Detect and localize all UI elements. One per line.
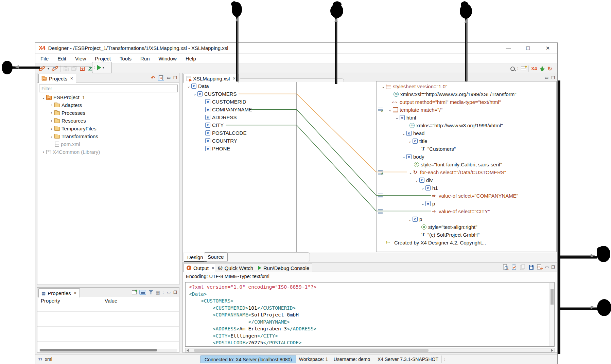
- chevron-down-icon[interactable]: ⌄: [401, 155, 406, 159]
- chevron-down-icon[interactable]: ⌄: [414, 179, 419, 182]
- column-header-property[interactable]: Property: [41, 298, 60, 304]
- copyright-text-node[interactable]: T"(c) SoftProject GmbH": [377, 231, 556, 239]
- drag-handle-icon[interactable]: ⁞: [94, 66, 95, 70]
- body-node[interactable]: ⌄ebody: [377, 153, 556, 161]
- tab-properties[interactable]: ▦ Properties ✕: [38, 288, 80, 297]
- tab-design[interactable]: Design: [184, 253, 207, 262]
- minimize-panel-icon[interactable]: ▭: [545, 74, 548, 81]
- focus-on-active-task-toggle[interactable]: [158, 75, 164, 81]
- menu-window[interactable]: Window: [154, 56, 181, 61]
- chevron-down-icon[interactable]: ⌄: [394, 116, 400, 120]
- chevron-down-icon[interactable]: ⌄: [192, 92, 197, 96]
- filter-input[interactable]: [39, 85, 178, 92]
- chevron-down-icon[interactable]: ⌄: [41, 96, 46, 99]
- chevron-right-icon[interactable]: ›: [49, 127, 54, 130]
- menu-edit[interactable]: Edit: [53, 56, 71, 61]
- scrollbar-thumb[interactable]: [40, 349, 157, 351]
- pin-view-icon[interactable]: [132, 290, 137, 294]
- p-node[interactable]: ⌄ep: [377, 200, 556, 207]
- chevron-down-icon[interactable]: ⌄: [420, 202, 425, 205]
- run-dropdown-icon[interactable]: ▾: [103, 66, 104, 69]
- tree-item-esbproject[interactable]: ⌄ESBProject_1: [37, 93, 179, 101]
- value-of-companyname-node[interactable]: ⇒value-of select="COMPANYNAME": [377, 192, 556, 200]
- minimize-panel-icon[interactable]: ▭: [167, 289, 171, 296]
- chevron-right-icon[interactable]: ›: [49, 135, 54, 138]
- tree-item-x4common[interactable]: ›X4Common (Library): [37, 148, 179, 156]
- value-of-city-node[interactable]: ⇒value-of select="CITY": [377, 207, 556, 215]
- head-node[interactable]: ⌄ehead: [377, 129, 556, 137]
- menu-project[interactable]: Project: [90, 56, 115, 61]
- unlink-icon[interactable]: [52, 66, 58, 72]
- close-icon[interactable]: ✕: [542, 43, 554, 53]
- column-header-value[interactable]: Value: [105, 298, 117, 304]
- stylesheet-node[interactable]: ⌄stylesheet version="1.0": [377, 83, 556, 90]
- tab-run-debug-console[interactable]: Run/Debug Console: [255, 263, 312, 272]
- xmlns-xsl-node[interactable]: nsxmlns:xsl="http://www.w3.org/1999/XSL/…: [377, 90, 556, 98]
- chevron-down-icon[interactable]: ⌄: [186, 85, 191, 88]
- view-menu-icon[interactable]: ⁞: [163, 290, 164, 294]
- copy-icon[interactable]: [520, 264, 526, 270]
- address-node[interactable]: eADDRESS: [184, 113, 296, 121]
- html-node[interactable]: ⌄ehtml: [377, 114, 556, 122]
- comment-node[interactable]: !--Created by X4 Designer 4.2, Copyright…: [377, 239, 556, 247]
- link-icon[interactable]: [39, 66, 45, 72]
- maximize-panel-icon[interactable]: ❐: [551, 264, 555, 271]
- menu-file[interactable]: File: [36, 56, 53, 61]
- scroll-left-icon[interactable]: [187, 349, 189, 352]
- validate-icon[interactable]: [511, 264, 517, 270]
- chevron-down-icon[interactable]: ⌄: [401, 132, 406, 135]
- h1-node[interactable]: ⌄eh1: [377, 184, 556, 192]
- link-with-editor-icon[interactable]: ↶: [151, 75, 155, 80]
- horizontal-scrollbar[interactable]: [185, 348, 555, 352]
- companyname-node[interactable]: eCOMPANYNAME: [184, 106, 296, 113]
- style-right-node[interactable]: astyle="text-align:right": [377, 223, 556, 231]
- menu-help[interactable]: Help: [181, 56, 200, 61]
- search-icon[interactable]: [510, 67, 515, 71]
- style-attr-node[interactable]: astyle="font-family:Calibri, sans-serif": [377, 161, 556, 168]
- menu-view[interactable]: View: [71, 56, 90, 61]
- country-node[interactable]: eCOUNTRY: [184, 137, 296, 145]
- p-footer-node[interactable]: ⌄ep: [377, 215, 556, 223]
- div-node[interactable]: ⌄ediv: [377, 176, 556, 184]
- close-tab-icon[interactable]: ✕: [70, 76, 73, 81]
- xmlns-node[interactable]: nsxmlns="http://www.w3.org/1999/xhtml": [377, 122, 556, 129]
- x4-perspective-button[interactable]: X4: [531, 66, 537, 71]
- text-node[interactable]: T"Customers": [377, 145, 556, 153]
- show-categories-icon[interactable]: ▦: [156, 290, 160, 295]
- refresh-icon[interactable]: ↻: [547, 66, 552, 72]
- maximize-icon[interactable]: □: [522, 43, 534, 53]
- deploy-icon[interactable]: [80, 66, 85, 72]
- save-all-icon[interactable]: [71, 66, 77, 72]
- tab-quick-watch[interactable]: 6∂ Quick Watch: [215, 263, 256, 272]
- tree-item-transformations[interactable]: ›Transformations: [37, 132, 179, 140]
- horizontal-scrollbar[interactable]: [39, 349, 177, 352]
- menu-tools[interactable]: Tools: [115, 56, 136, 61]
- scrollbar-thumb[interactable]: [551, 289, 554, 305]
- save-output-icon[interactable]: [528, 264, 534, 270]
- open-perspective-icon[interactable]: [521, 67, 526, 71]
- city-node[interactable]: eCITY: [184, 121, 296, 129]
- close-tab-icon[interactable]: ✕: [232, 76, 235, 81]
- chevron-right-icon[interactable]: ›: [49, 104, 54, 107]
- tree-item-adapters[interactable]: ›Adapters: [37, 101, 179, 109]
- tab-output[interactable]: Output ✕: [184, 263, 217, 272]
- scroll-right-icon[interactable]: [551, 349, 553, 352]
- template-node[interactable]: A⌄template match="/": [377, 106, 556, 114]
- show-tree-toggle[interactable]: [139, 290, 146, 295]
- vertical-scrollbar[interactable]: [549, 283, 554, 346]
- data-node[interactable]: ⌄eData: [184, 82, 296, 90]
- customers-node[interactable]: ⌄eCUSTOMERS: [184, 90, 296, 98]
- maximize-panel-icon[interactable]: ❐: [173, 74, 177, 81]
- chevron-down-icon[interactable]: ⌄: [408, 171, 413, 174]
- save-icon[interactable]: [63, 66, 69, 72]
- tree-item-temporaryfiles[interactable]: ›TemporaryFiles: [37, 125, 179, 132]
- link-dropdown-icon[interactable]: ▾: [48, 67, 49, 70]
- filter-icon[interactable]: [149, 290, 153, 294]
- menu-run[interactable]: Run: [136, 56, 154, 61]
- tree-item-resources[interactable]: ›Resources: [37, 117, 179, 125]
- chevron-right-icon[interactable]: ›: [41, 150, 46, 154]
- run-button[interactable]: [97, 65, 101, 70]
- customerid-node[interactable]: eCUSTOMERID: [184, 98, 296, 106]
- output-node[interactable]: <.>output method="html" media-type="text…: [377, 98, 556, 106]
- tree-item-pom-xml[interactable]: pom.xml: [37, 140, 179, 148]
